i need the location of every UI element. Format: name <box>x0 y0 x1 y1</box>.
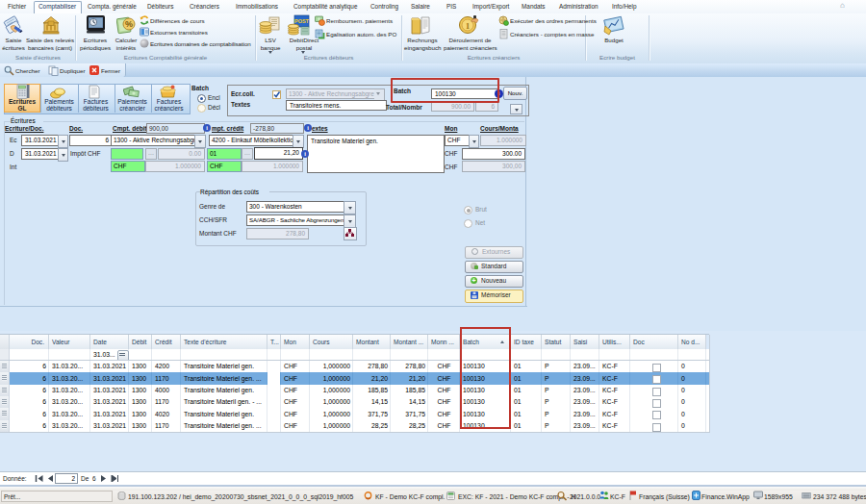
svg-text:%: % <box>125 19 133 29</box>
svg-text:POST: POST <box>294 18 310 24</box>
svg-text:1: 1 <box>466 21 471 31</box>
